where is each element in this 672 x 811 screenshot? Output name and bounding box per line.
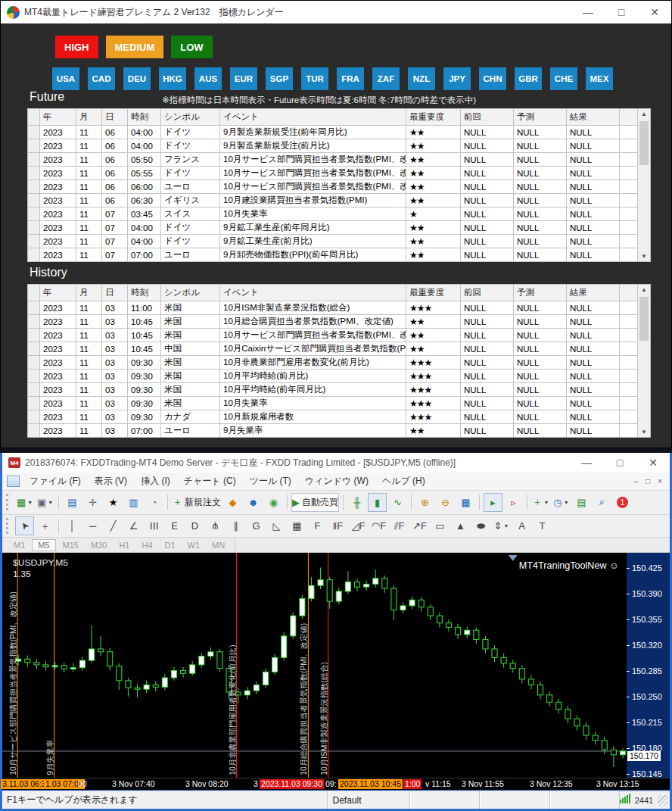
country-button-nzl[interactable]: NZL: [408, 67, 435, 90]
metaeditor-button[interactable]: ◆: [223, 493, 242, 512]
column-header[interactable]: 日: [102, 285, 128, 301]
table-row[interactable]: 2023110606:30イギリス10月建設業購買担当者景気指数(PMI)★★N…: [28, 194, 638, 207]
elliott-impulse-tool[interactable]: E: [165, 516, 184, 535]
country-button-deu[interactable]: DEU: [123, 67, 151, 90]
cycle-lines-tool[interactable]: ☰: [145, 516, 163, 535]
row-selector[interactable]: [28, 301, 40, 315]
fibo-timezones-tool[interactable]: ‖F: [328, 516, 347, 535]
minimize-icon[interactable]: —: [571, 1, 605, 23]
arrows-tool[interactable]: ⇕▼: [492, 516, 511, 535]
table-row[interactable]: 2023110309:30米国10月非農業部門雇用者数変化(前月比)★★★NUL…: [28, 356, 638, 370]
table-row[interactable]: 2023110310:45米国10月サービス部門購買担当者景気指数(PMI、改定…: [28, 329, 638, 342]
table-row[interactable]: 2023110309:30米国10月失業率★★★NULLNULLNULL: [28, 397, 638, 410]
vertical-line-tool[interactable]: │: [63, 516, 82, 535]
scroll-up-icon[interactable]: ▲: [638, 286, 650, 293]
chart-shift-button[interactable]: ▹: [504, 493, 523, 512]
cursor-tool[interactable]: ➤: [15, 516, 34, 535]
menu-ツール[interactable]: ツール (T): [243, 475, 298, 488]
market-watch-button[interactable]: ▤: [63, 493, 82, 512]
menu-ファイル[interactable]: ファイル (F): [23, 475, 88, 488]
country-button-aus[interactable]: AUS: [194, 67, 222, 90]
row-selector[interactable]: [28, 167, 40, 180]
close-icon[interactable]: ✕: [636, 453, 670, 473]
scrollbar[interactable]: ▲▼: [638, 284, 651, 438]
table-row[interactable]: 2023110606:00ユーロ10月サービス部門購買担当者景気指数(PMI、改…: [28, 180, 638, 194]
country-button-usa[interactable]: USA: [52, 67, 79, 90]
country-button-chn[interactable]: CHN: [479, 67, 506, 90]
table-row[interactable]: 2023110704:00ドイツ9月鉱工業生産(前月比)★★NULLNULLNU…: [28, 235, 638, 248]
scroll-thumb[interactable]: [639, 121, 649, 165]
elliott-correction-tool[interactable]: D: [185, 516, 204, 535]
row-selector[interactable]: [28, 194, 40, 207]
table-row[interactable]: 2023110310:45米国10月総合購買担当者景気指数(PMI、改定値)★★…: [28, 315, 638, 329]
fibo-retracement-tool[interactable]: F: [308, 516, 327, 535]
rectangle-tool[interactable]: ▭: [431, 516, 450, 535]
timeframe-m15[interactable]: M15: [58, 540, 84, 551]
candlestick-button[interactable]: ▮: [368, 493, 387, 512]
fibo-fan-tool[interactable]: ◿F: [349, 516, 368, 535]
country-button-mex[interactable]: MEX: [586, 67, 613, 90]
scroll-thumb[interactable]: [639, 297, 649, 341]
timeframe-m30[interactable]: M30: [86, 540, 112, 551]
country-button-jpy[interactable]: JPY: [443, 67, 471, 90]
timeframe-h1[interactable]: H1: [114, 540, 135, 551]
table-row[interactable]: 2023110309:30米国10月平均時給(前月比)★★★NULLNULLNU…: [28, 370, 638, 383]
column-header[interactable]: 最重要度: [406, 109, 461, 126]
table-row[interactable]: 2023110604:00ドイツ9月製造業新規受注(前年同月比)★★NULLNU…: [28, 126, 638, 139]
mdi-close-icon[interactable]: ×: [658, 477, 662, 485]
timeframe-h4[interactable]: H4: [136, 540, 157, 551]
mdi-restore-icon[interactable]: □: [646, 477, 650, 485]
scroll-down-icon[interactable]: ▼: [638, 253, 650, 260]
templates-button[interactable]: ▤: [572, 493, 591, 512]
zoom-in-button[interactable]: ⊕: [415, 493, 434, 512]
row-selector[interactable]: [28, 342, 40, 356]
mdi-minimize-icon[interactable]: –: [634, 477, 639, 485]
ellipse-tool[interactable]: ⬬: [471, 516, 490, 535]
timeframe-d1[interactable]: D1: [160, 540, 181, 551]
row-selector[interactable]: [28, 139, 40, 153]
indicators-button[interactable]: ＋▼: [531, 493, 550, 512]
country-button-gbr[interactable]: GBR: [515, 67, 542, 90]
maximize-icon[interactable]: □: [605, 1, 638, 23]
country-button-zaf[interactable]: ZAF: [372, 67, 400, 90]
column-header[interactable]: 結果: [567, 109, 620, 126]
table-row[interactable]: 2023110310:45中国10月Caixinサービス部門購買担当者景気指数(…: [28, 342, 638, 356]
column-header[interactable]: 月: [76, 285, 102, 301]
table-row[interactable]: 2023110307:00ユーロ9月失業率★★NULLNULLNULL: [28, 424, 638, 438]
trendline-tool[interactable]: ╱: [104, 516, 123, 535]
table-row[interactable]: 2023110707:00ユーロ9月卸売物価指数(PPI)(前年同月比)★★NU…: [28, 248, 638, 262]
zoom-out-button[interactable]: ⊖: [436, 493, 455, 512]
text-label-tool[interactable]: T: [533, 516, 552, 535]
terminal-button[interactable]: ▥: [124, 493, 143, 512]
country-button-eur[interactable]: EUR: [230, 67, 257, 90]
country-button-cad[interactable]: CAD: [88, 67, 115, 90]
row-selector[interactable]: [28, 126, 40, 139]
menu-表示[interactable]: 表示 (V): [88, 475, 134, 488]
tile-windows-button[interactable]: ▦: [456, 493, 475, 512]
row-selector[interactable]: [28, 356, 40, 370]
channel-tool[interactable]: ∥: [226, 516, 245, 535]
row-selector[interactable]: [28, 235, 40, 248]
andrews-pitchfork-tool[interactable]: ⋔: [206, 516, 225, 535]
menu-ウィンドウ[interactable]: ウィンドウ (W): [298, 475, 375, 488]
row-selector[interactable]: [28, 315, 40, 329]
data-window-button[interactable]: ✛: [83, 493, 102, 512]
profiles-button[interactable]: ▣▼: [36, 493, 54, 512]
column-header[interactable]: 日: [102, 109, 128, 126]
column-header[interactable]: イベント: [220, 109, 406, 126]
table-row[interactable]: 2023110703:45スイス10月失業率★NULLNULLNULL: [28, 207, 638, 221]
fibo-channel-tool[interactable]: ⫽F: [390, 516, 409, 535]
tester-button[interactable]: ◔: [145, 493, 163, 512]
country-button-sgp[interactable]: SGP: [266, 67, 293, 90]
timeframe-m5[interactable]: M5: [32, 539, 55, 551]
column-header[interactable]: イベント: [220, 285, 406, 301]
column-header[interactable]: 予測: [514, 109, 567, 126]
maximize-icon[interactable]: □: [603, 453, 636, 473]
angle-trend-tool[interactable]: ∠: [124, 516, 143, 535]
row-selector[interactable]: [28, 424, 40, 438]
triangle-tool[interactable]: ▲: [451, 516, 470, 535]
country-button-hkg[interactable]: HKG: [159, 67, 186, 90]
column-header[interactable]: 年: [40, 285, 76, 301]
row-selector[interactable]: [28, 180, 40, 194]
row-selector[interactable]: [28, 221, 40, 235]
